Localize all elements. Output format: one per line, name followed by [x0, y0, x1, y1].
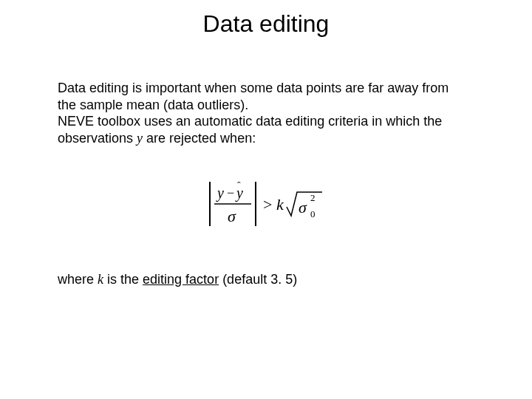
footer-var-k: k	[98, 272, 103, 287]
footer-suffix: (default 3. 5)	[219, 272, 297, 287]
footer-term: editing factor	[143, 272, 219, 287]
formula-gt: >	[263, 195, 272, 214]
svg-text:y: y	[235, 185, 243, 202]
formula-sigma0: σ	[299, 198, 307, 216]
body-line-4b: are rejected when:	[143, 131, 256, 146]
slide-title: Data editing	[0, 10, 532, 38]
formula: y − ˆ y σ > k σ 0 2	[0, 177, 532, 233]
body-line-3: NEVE toolbox uses an automatic data edit…	[58, 114, 442, 129]
body-line-1: Data editing is important when some data…	[58, 81, 449, 95]
slide: Data editing Data editing is important w…	[0, 0, 532, 399]
formula-minus: −	[227, 185, 234, 200]
formula-sigma-denom: σ	[228, 207, 236, 225]
footer-prefix: where	[58, 272, 98, 287]
body-paragraph: Data editing is important when some data…	[58, 80, 471, 146]
formula-y: y	[216, 185, 224, 202]
body-var-y: y	[137, 131, 143, 146]
formula-k: k	[276, 195, 284, 214]
body-line-4a: observations	[58, 131, 137, 146]
formula-sub-0: 0	[310, 208, 316, 219]
footer-mid: is the	[103, 272, 143, 287]
body-line-2: the sample mean (data outliers).	[58, 98, 248, 112]
formula-sup-2: 2	[310, 192, 316, 203]
footer-line: where k is the editing factor (default 3…	[58, 272, 471, 287]
